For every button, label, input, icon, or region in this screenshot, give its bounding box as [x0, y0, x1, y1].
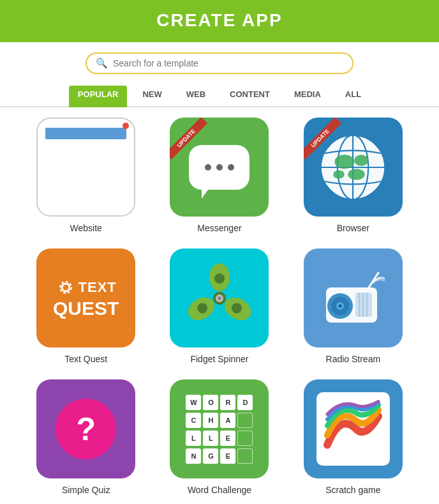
- tab-media[interactable]: MEDIA: [285, 86, 330, 107]
- app-website[interactable]: Website: [33, 118, 138, 233]
- quiz-question-mark: ?: [56, 399, 116, 459]
- app-quiz[interactable]: ? Simple Quiz: [33, 379, 138, 495]
- app-fidget-icon: [170, 248, 269, 347]
- svg-point-6: [335, 155, 355, 169]
- app-messenger-icon: UPDATE: [170, 118, 269, 217]
- svg-point-9: [334, 170, 345, 178]
- app-messenger[interactable]: UPDATE Messenger: [167, 118, 272, 233]
- tile-blank2: [237, 431, 253, 446]
- app-quiz-label: Simple Quiz: [62, 485, 110, 495]
- dot3: [228, 164, 234, 171]
- dot1: [205, 164, 211, 171]
- app-scratch-label: Scratch game: [325, 485, 380, 495]
- tabs-bar: POPULAR NEW WEB CONTENT MEDIA ALL: [0, 80, 439, 107]
- app-messenger-label: Messenger: [197, 223, 241, 233]
- search-icon: 🔍: [96, 57, 108, 69]
- text-label: TEXT: [78, 279, 117, 296]
- header: CREATE APP: [0, 0, 439, 42]
- tile-blank1: [237, 413, 253, 428]
- app-word-icon: W O R D C H A L L E: [170, 379, 269, 478]
- dot2: [216, 164, 223, 171]
- app-website-icon: [36, 118, 135, 217]
- word-row-3: L L E: [186, 431, 253, 446]
- app-browser-icon: UPDATE: [304, 118, 403, 217]
- tab-popular[interactable]: POPULAR: [69, 86, 128, 107]
- radio-svg: [321, 270, 385, 327]
- app-word-label: Word Challenge: [188, 485, 251, 495]
- app-textquest[interactable]: TEXT QUEST Text Quest: [33, 248, 138, 364]
- app-grid: Website UPDATE Messenger UPDATE: [0, 118, 439, 504]
- svg-point-17: [214, 273, 225, 284]
- tile-C: C: [186, 413, 201, 428]
- app-fidget-label: Fidget Spinner: [190, 354, 248, 364]
- tile-L2: L: [203, 431, 218, 446]
- app-radio-icon: [304, 248, 403, 347]
- tab-web[interactable]: WEB: [177, 86, 214, 107]
- word-row-1: W O R D: [186, 395, 253, 410]
- app-browser-label: Browser: [337, 223, 369, 233]
- scratch-svg: [321, 399, 385, 459]
- app-fidget[interactable]: Fidget Spinner: [167, 248, 272, 364]
- search-input[interactable]: [113, 58, 343, 68]
- tile-H: H: [203, 413, 218, 428]
- tq-row1: TEXT: [56, 277, 117, 298]
- app-scratch[interactable]: Scratch game: [301, 379, 406, 495]
- svg-point-31: [339, 304, 342, 307]
- word-row-4: N G E: [186, 448, 253, 464]
- tab-all[interactable]: ALL: [336, 86, 370, 107]
- gear-svg: [56, 277, 76, 298]
- tile-R: R: [220, 395, 235, 410]
- svg-point-8: [348, 169, 365, 180]
- app-textquest-icon: TEXT QUEST: [36, 248, 135, 347]
- grid-row-1: Website UPDATE Messenger UPDATE: [26, 118, 413, 233]
- page-title: CREATE APP: [0, 10, 439, 31]
- spinner-svg: [184, 263, 255, 333]
- app-quiz-icon: ?: [36, 379, 135, 478]
- app-textquest-label: Text Quest: [64, 354, 107, 364]
- tile-O: O: [203, 395, 218, 410]
- tile-A: A: [220, 413, 235, 428]
- tab-new[interactable]: NEW: [133, 86, 170, 107]
- grid-row-3: ? Simple Quiz W O R D C H A: [26, 379, 413, 495]
- tab-content[interactable]: CONTENT: [221, 86, 279, 107]
- app-radio-label: Radio Stream: [326, 354, 381, 364]
- tile-L1: L: [186, 431, 201, 446]
- quest-label: QUEST: [53, 298, 119, 319]
- svg-point-7: [355, 155, 369, 166]
- tile-blank3: [237, 448, 253, 464]
- search-bar: 🔍: [0, 42, 439, 80]
- search-wrapper: 🔍: [86, 52, 353, 74]
- app-browser[interactable]: UPDATE Browser: [301, 118, 406, 233]
- chat-bubble: [189, 145, 249, 190]
- tile-E1: E: [220, 431, 235, 446]
- app-radio[interactable]: Radio Stream: [301, 248, 406, 364]
- tile-W: W: [186, 395, 201, 410]
- grid-row-2: TEXT QUEST Text Quest: [26, 248, 413, 364]
- app-website-label: Website: [70, 223, 101, 233]
- app-scratch-icon: [304, 379, 403, 478]
- app-word[interactable]: W O R D C H A L L E: [167, 379, 272, 495]
- tile-E2: E: [220, 448, 235, 464]
- svg-point-22: [218, 296, 221, 300]
- svg-point-10: [62, 284, 70, 291]
- globe-svg: [318, 132, 388, 202]
- scratch-inner: [316, 392, 390, 466]
- tile-G: G: [203, 448, 218, 464]
- word-row-2: C H A: [186, 413, 253, 428]
- tile-N: N: [186, 448, 201, 464]
- tile-D: D: [237, 395, 253, 410]
